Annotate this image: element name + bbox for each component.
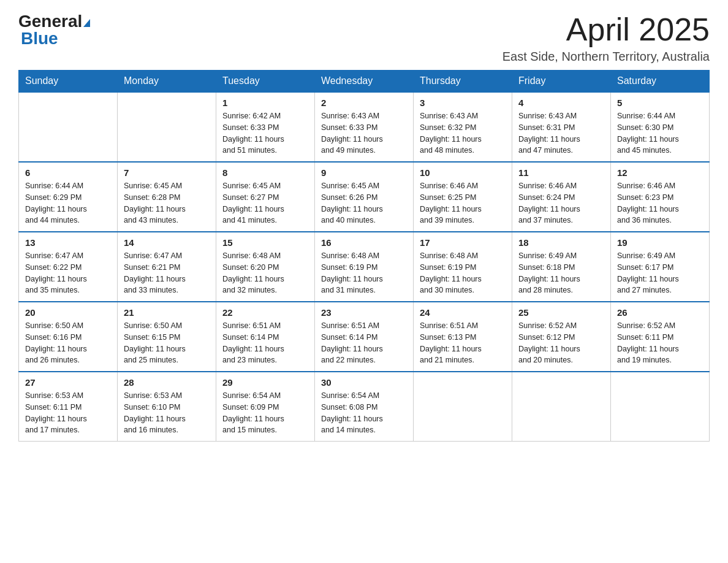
title-block: April 2025 East Side, Northern Territory… — [502, 12, 710, 64]
day-info: Sunrise: 6:49 AMSunset: 6:17 PMDaylight:… — [617, 250, 703, 296]
calendar-cell — [118, 92, 216, 162]
day-number: 16 — [321, 237, 407, 248]
week-row-2: 6Sunrise: 6:44 AMSunset: 6:29 PMDaylight… — [19, 162, 710, 232]
calendar-table: SundayMondayTuesdayWednesdayThursdayFrid… — [18, 70, 710, 442]
day-info: Sunrise: 6:46 AMSunset: 6:24 PMDaylight:… — [518, 180, 604, 226]
day-number: 17 — [420, 237, 506, 248]
weekday-header-row: SundayMondayTuesdayWednesdayThursdayFrid… — [19, 71, 710, 93]
day-number: 4 — [518, 98, 604, 108]
calendar-cell: 8Sunrise: 6:45 AMSunset: 6:27 PMDaylight… — [216, 162, 315, 232]
calendar-cell: 27Sunrise: 6:53 AMSunset: 6:11 PMDayligh… — [19, 372, 118, 442]
day-info: Sunrise: 6:53 AMSunset: 6:10 PMDaylight:… — [124, 390, 210, 436]
day-info: Sunrise: 6:48 AMSunset: 6:19 PMDaylight:… — [321, 250, 407, 296]
day-number: 3 — [420, 98, 506, 108]
day-number: 6 — [25, 167, 111, 178]
calendar-cell: 7Sunrise: 6:45 AMSunset: 6:28 PMDaylight… — [118, 162, 216, 232]
calendar-cell: 22Sunrise: 6:51 AMSunset: 6:14 PMDayligh… — [216, 302, 315, 372]
day-info: Sunrise: 6:45 AMSunset: 6:27 PMDaylight:… — [222, 180, 308, 226]
logo: General Blue — [18, 12, 90, 48]
calendar-cell: 6Sunrise: 6:44 AMSunset: 6:29 PMDaylight… — [19, 162, 118, 232]
day-number: 7 — [124, 167, 210, 178]
day-info: Sunrise: 6:46 AMSunset: 6:23 PMDaylight:… — [617, 180, 703, 226]
weekday-header-thursday: Thursday — [414, 71, 512, 93]
day-number: 8 — [222, 167, 308, 178]
day-number: 24 — [420, 307, 506, 318]
weekday-header-saturday: Saturday — [611, 71, 710, 93]
day-number: 18 — [518, 237, 604, 248]
calendar-cell: 2Sunrise: 6:43 AMSunset: 6:33 PMDaylight… — [315, 92, 414, 162]
calendar-cell: 14Sunrise: 6:47 AMSunset: 6:21 PMDayligh… — [118, 232, 216, 302]
week-row-1: 1Sunrise: 6:42 AMSunset: 6:33 PMDaylight… — [19, 92, 710, 162]
day-info: Sunrise: 6:54 AMSunset: 6:08 PMDaylight:… — [321, 390, 407, 436]
calendar-cell — [611, 372, 710, 442]
day-info: Sunrise: 6:46 AMSunset: 6:25 PMDaylight:… — [420, 180, 506, 226]
day-number: 25 — [518, 307, 604, 318]
day-info: Sunrise: 6:43 AMSunset: 6:33 PMDaylight:… — [321, 110, 407, 156]
day-info: Sunrise: 6:48 AMSunset: 6:20 PMDaylight:… — [222, 250, 308, 296]
calendar-cell: 18Sunrise: 6:49 AMSunset: 6:18 PMDayligh… — [512, 232, 611, 302]
weekday-header-wednesday: Wednesday — [315, 71, 414, 93]
week-row-3: 13Sunrise: 6:47 AMSunset: 6:22 PMDayligh… — [19, 232, 710, 302]
day-number: 28 — [124, 377, 210, 388]
calendar-cell: 4Sunrise: 6:43 AMSunset: 6:31 PMDaylight… — [512, 92, 611, 162]
day-number: 12 — [617, 167, 703, 178]
day-number: 19 — [617, 237, 703, 248]
day-number: 30 — [321, 377, 407, 388]
calendar-cell: 23Sunrise: 6:51 AMSunset: 6:14 PMDayligh… — [315, 302, 414, 372]
day-number: 5 — [617, 98, 703, 108]
calendar-cell: 12Sunrise: 6:46 AMSunset: 6:23 PMDayligh… — [611, 162, 710, 232]
calendar-cell: 1Sunrise: 6:42 AMSunset: 6:33 PMDaylight… — [216, 92, 315, 162]
day-number: 13 — [25, 237, 111, 248]
day-info: Sunrise: 6:42 AMSunset: 6:33 PMDaylight:… — [222, 110, 308, 156]
day-info: Sunrise: 6:54 AMSunset: 6:09 PMDaylight:… — [222, 390, 308, 436]
day-number: 27 — [25, 377, 111, 388]
day-number: 21 — [124, 307, 210, 318]
calendar-cell: 10Sunrise: 6:46 AMSunset: 6:25 PMDayligh… — [414, 162, 512, 232]
day-info: Sunrise: 6:53 AMSunset: 6:11 PMDaylight:… — [25, 390, 111, 436]
day-number: 2 — [321, 98, 407, 108]
week-row-4: 20Sunrise: 6:50 AMSunset: 6:16 PMDayligh… — [19, 302, 710, 372]
week-row-5: 27Sunrise: 6:53 AMSunset: 6:11 PMDayligh… — [19, 372, 710, 442]
day-info: Sunrise: 6:52 AMSunset: 6:11 PMDaylight:… — [617, 320, 703, 366]
day-number: 9 — [321, 167, 407, 178]
calendar-cell: 11Sunrise: 6:46 AMSunset: 6:24 PMDayligh… — [512, 162, 611, 232]
calendar-cell: 20Sunrise: 6:50 AMSunset: 6:16 PMDayligh… — [19, 302, 118, 372]
day-number: 10 — [420, 167, 506, 178]
day-info: Sunrise: 6:51 AMSunset: 6:13 PMDaylight:… — [420, 320, 506, 366]
day-number: 29 — [222, 377, 308, 388]
day-number: 20 — [25, 307, 111, 318]
day-number: 15 — [222, 237, 308, 248]
calendar-cell: 30Sunrise: 6:54 AMSunset: 6:08 PMDayligh… — [315, 372, 414, 442]
day-info: Sunrise: 6:50 AMSunset: 6:15 PMDaylight:… — [124, 320, 210, 366]
day-info: Sunrise: 6:49 AMSunset: 6:18 PMDaylight:… — [518, 250, 604, 296]
calendar-cell: 17Sunrise: 6:48 AMSunset: 6:19 PMDayligh… — [414, 232, 512, 302]
calendar-cell: 25Sunrise: 6:52 AMSunset: 6:12 PMDayligh… — [512, 302, 611, 372]
day-info: Sunrise: 6:47 AMSunset: 6:22 PMDaylight:… — [25, 250, 111, 296]
day-number: 26 — [617, 307, 703, 318]
calendar-cell: 16Sunrise: 6:48 AMSunset: 6:19 PMDayligh… — [315, 232, 414, 302]
calendar-cell: 21Sunrise: 6:50 AMSunset: 6:15 PMDayligh… — [118, 302, 216, 372]
day-number: 14 — [124, 237, 210, 248]
logo-blue: Blue — [21, 29, 58, 48]
day-info: Sunrise: 6:45 AMSunset: 6:28 PMDaylight:… — [124, 180, 210, 226]
day-number: 22 — [222, 307, 308, 318]
calendar-cell: 9Sunrise: 6:45 AMSunset: 6:26 PMDaylight… — [315, 162, 414, 232]
day-info: Sunrise: 6:43 AMSunset: 6:31 PMDaylight:… — [518, 110, 604, 156]
day-info: Sunrise: 6:50 AMSunset: 6:16 PMDaylight:… — [25, 320, 111, 366]
calendar-cell: 24Sunrise: 6:51 AMSunset: 6:13 PMDayligh… — [414, 302, 512, 372]
day-info: Sunrise: 6:43 AMSunset: 6:32 PMDaylight:… — [420, 110, 506, 156]
calendar-cell: 3Sunrise: 6:43 AMSunset: 6:32 PMDaylight… — [414, 92, 512, 162]
calendar-cell: 19Sunrise: 6:49 AMSunset: 6:17 PMDayligh… — [611, 232, 710, 302]
day-info: Sunrise: 6:51 AMSunset: 6:14 PMDaylight:… — [222, 320, 308, 366]
calendar-cell: 28Sunrise: 6:53 AMSunset: 6:10 PMDayligh… — [118, 372, 216, 442]
header: General Blue April 2025 East Side, North… — [18, 12, 710, 64]
calendar-cell: 13Sunrise: 6:47 AMSunset: 6:22 PMDayligh… — [19, 232, 118, 302]
day-info: Sunrise: 6:48 AMSunset: 6:19 PMDaylight:… — [420, 250, 506, 296]
location-title: East Side, Northern Territory, Australia — [502, 50, 710, 64]
day-number: 23 — [321, 307, 407, 318]
calendar-cell: 15Sunrise: 6:48 AMSunset: 6:20 PMDayligh… — [216, 232, 315, 302]
month-title: April 2025 — [502, 12, 710, 47]
day-info: Sunrise: 6:52 AMSunset: 6:12 PMDaylight:… — [518, 320, 604, 366]
calendar-cell: 29Sunrise: 6:54 AMSunset: 6:09 PMDayligh… — [216, 372, 315, 442]
weekday-header-friday: Friday — [512, 71, 611, 93]
